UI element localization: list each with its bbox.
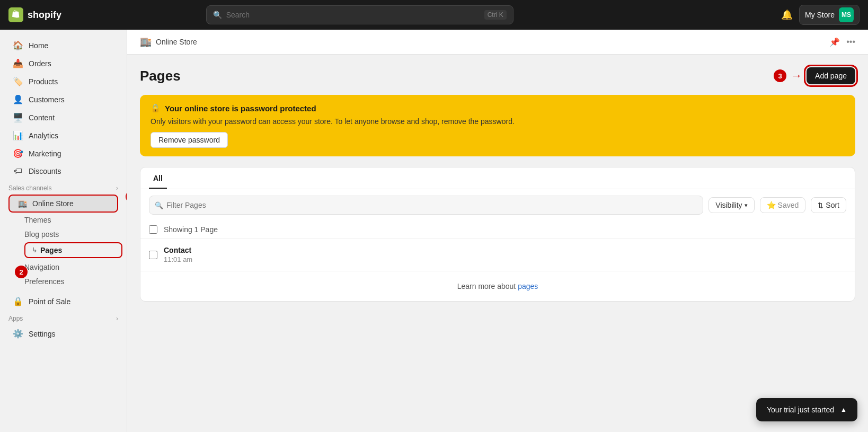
- page-row-name: Contact: [164, 246, 192, 254]
- sidebar-item-marketing[interactable]: 🎯 Marketing: [4, 145, 122, 162]
- sort-label: Sort: [826, 201, 839, 209]
- sales-channels-label: Sales channels: [8, 184, 51, 192]
- sidebar-sub-preferences[interactable]: Preferences: [24, 275, 122, 288]
- page-row-info: Contact 11:01 am: [164, 246, 192, 263]
- sales-channels-section: Sales channels ›: [0, 180, 127, 194]
- search-input[interactable]: [226, 11, 480, 19]
- main-layout: 🏠 Home 📥 Orders 🏷️ Products 👤 Customers …: [0, 30, 868, 432]
- filter-pages-input[interactable]: [166, 201, 697, 209]
- logo[interactable]: shopify: [8, 7, 61, 22]
- pages-list-header: Showing 1 Page: [140, 221, 855, 239]
- preferences-label: Preferences: [24, 277, 64, 286]
- blog-posts-label: Blog posts: [24, 230, 59, 239]
- logo-text: shopify: [28, 10, 61, 21]
- filter-search-icon: 🔍: [155, 201, 163, 209]
- more-options-icon[interactable]: •••: [846, 37, 855, 47]
- password-banner-title: 🔒 Your online store is password protecte…: [150, 103, 845, 113]
- notification-bell-icon[interactable]: 🔔: [781, 9, 793, 21]
- marketing-icon: 🎯: [13, 148, 23, 158]
- sidebar: 🏠 Home 📥 Orders 🏷️ Products 👤 Customers …: [0, 30, 127, 432]
- select-all-checkbox[interactable]: [149, 225, 157, 234]
- sidebar-item-products-label: Products: [29, 77, 58, 86]
- sidebar-item-online-store[interactable]: 🏬 Online Store: [8, 195, 118, 213]
- sales-channels-chevron-icon[interactable]: ›: [116, 184, 118, 192]
- sidebar-item-customers[interactable]: 👤 Customers: [4, 91, 122, 108]
- apps-label: Apps: [8, 315, 23, 322]
- sidebar-item-orders-label: Orders: [29, 59, 51, 68]
- home-icon: 🏠: [13, 40, 23, 50]
- pages-card: All 🔍 Visibility ▾ ⭐ Saved: [140, 167, 855, 302]
- content-icon: 🖥️: [13, 112, 23, 122]
- learn-more-link[interactable]: pages: [518, 282, 538, 290]
- pos-label: Point of Sale: [29, 297, 70, 306]
- sort-icon: ⇅: [818, 201, 823, 209]
- sidebar-item-products[interactable]: 🏷️ Products: [4, 73, 122, 90]
- store-button[interactable]: My Store MS: [799, 5, 860, 25]
- customers-icon: 👤: [13, 94, 23, 104]
- sidebar-item-online-store-label: Online Store: [32, 199, 74, 208]
- search-shortcut: Ctrl K: [484, 10, 507, 20]
- online-store-icon: 🏬: [18, 199, 27, 208]
- add-page-button[interactable]: Add page: [807, 67, 855, 84]
- sidebar-sub-navigation[interactable]: Navigation: [24, 260, 122, 274]
- sidebar-item-pos[interactable]: 🔒 Point of Sale: [4, 293, 122, 310]
- pages-toolbar: 🔍 Visibility ▾ ⭐ Saved ⇅ Sort: [140, 189, 855, 221]
- trial-banner[interactable]: Your trial just started ▲: [756, 398, 857, 421]
- sort-button[interactable]: ⇅ Sort: [811, 197, 846, 213]
- step3-badge: 3: [774, 69, 786, 82]
- step2-badge: 2: [15, 266, 28, 278]
- sidebar-item-analytics[interactable]: 📊 Analytics: [4, 127, 122, 144]
- breadcrumb-text: Online Store: [156, 38, 197, 46]
- filter-pages-input-wrap[interactable]: 🔍: [149, 196, 703, 215]
- search-icon: 🔍: [213, 11, 222, 19]
- pages-tabs: All: [140, 167, 855, 189]
- orders-icon: 📥: [13, 58, 23, 68]
- content-header-actions: 📌 •••: [829, 37, 855, 47]
- pos-icon: 🔒: [13, 296, 23, 306]
- apps-chevron-icon[interactable]: ›: [116, 315, 118, 322]
- store-name: My Store: [805, 11, 835, 19]
- products-icon: 🏷️: [13, 76, 23, 86]
- sidebar-sub-pages[interactable]: ↳ Pages: [24, 242, 122, 258]
- online-store-header-icon: 🏬: [140, 36, 152, 48]
- password-banner: 🔒 Your online store is password protecte…: [140, 95, 855, 156]
- learn-more-text: Learn more about: [457, 282, 518, 290]
- table-row[interactable]: Contact 11:01 am: [140, 239, 855, 271]
- sidebar-sub-blog-posts[interactable]: Blog posts: [24, 227, 122, 241]
- search-bar[interactable]: 🔍 Ctrl K: [206, 5, 513, 24]
- sidebar-item-settings[interactable]: ⚙️ Settings: [4, 325, 122, 342]
- navigation-label: Navigation: [24, 263, 59, 271]
- pages-label: Pages: [40, 246, 62, 254]
- page-row-checkbox[interactable]: [149, 251, 157, 259]
- content-header: 🏬 Online Store 📌 •••: [127, 30, 868, 55]
- visibility-label: Visibility: [715, 201, 742, 209]
- password-banner-text: Only visitors with your password can acc…: [150, 117, 845, 126]
- page-title-row: Pages 3 → Add page: [140, 67, 855, 84]
- settings-icon: ⚙️: [13, 329, 23, 339]
- content-area: 🏬 Online Store 📌 ••• Pages 3 → Add page: [127, 30, 868, 432]
- sidebar-item-discounts-label: Discounts: [29, 167, 61, 175]
- learn-more: Learn more about pages: [140, 271, 855, 301]
- sidebar-item-content[interactable]: 🖥️ Content: [4, 109, 122, 126]
- sidebar-item-analytics-label: Analytics: [29, 131, 58, 140]
- page-title: Pages: [140, 68, 181, 84]
- visibility-chevron-icon: ▾: [745, 202, 748, 209]
- settings-label: Settings: [29, 330, 56, 338]
- saved-button[interactable]: ⭐ Saved: [760, 197, 806, 213]
- sidebar-sub-themes[interactable]: Themes: [24, 213, 122, 227]
- sidebar-item-orders[interactable]: 📥 Orders: [4, 55, 122, 72]
- sidebar-item-discounts[interactable]: 🏷 Discounts: [4, 163, 122, 180]
- remove-password-button[interactable]: Remove password: [150, 132, 228, 148]
- trial-banner-chevron-icon: ▲: [840, 406, 847, 413]
- sidebar-item-content-label: Content: [29, 113, 55, 122]
- visibility-button[interactable]: Visibility ▾: [708, 197, 754, 213]
- themes-label: Themes: [24, 216, 51, 224]
- pin-icon[interactable]: 📌: [829, 37, 840, 47]
- sidebar-item-home[interactable]: 🏠 Home: [4, 37, 122, 54]
- apps-section: Apps ›: [0, 311, 127, 324]
- sidebar-item-home-label: Home: [29, 41, 48, 50]
- lock-icon: 🔒: [150, 103, 161, 113]
- trial-banner-text: Your trial just started: [767, 405, 834, 414]
- analytics-icon: 📊: [13, 130, 23, 140]
- tab-all[interactable]: All: [149, 167, 167, 189]
